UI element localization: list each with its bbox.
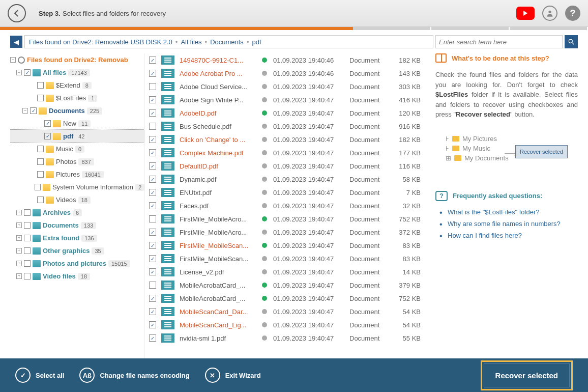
tree-checkbox[interactable] — [24, 222, 31, 229]
tree-checkbox[interactable] — [24, 235, 31, 241]
tree-node-lostfiles[interactable]: $LostFiles1 — [10, 92, 144, 104]
tree-toggle[interactable]: + — [16, 248, 22, 254]
file-checkbox[interactable] — [149, 229, 156, 236]
file-checkbox[interactable] — [149, 321, 156, 328]
file-row[interactable]: FirstMile_MobileAcro... 01.09.2023 19:40… — [145, 212, 425, 226]
file-checkbox[interactable] — [149, 109, 156, 117]
tree-node-extend[interactable]: $Extend8 — [10, 79, 144, 92]
tree-toggle[interactable]: + — [16, 261, 22, 266]
file-row[interactable]: Click on 'Change' to ... 01.09.2023 19:4… — [145, 133, 425, 146]
tree-node-allfiles[interactable]: −✓All files17143 — [10, 66, 144, 79]
tree-node-extrafound[interactable]: +Extra found136 — [10, 232, 144, 244]
file-row[interactable]: MobileScanCard_Lig... 01.09.2023 19:40:4… — [145, 318, 425, 331]
file-row[interactable]: DefaultID.pdf 01.09.2023 19:40:47 Docume… — [145, 159, 425, 173]
tree-toggle[interactable]: + — [16, 235, 22, 241]
breadcrumb-seg[interactable]: pdf — [252, 38, 261, 46]
tree-checkbox[interactable]: ✓ — [24, 69, 31, 76]
breadcrumb[interactable]: Files found on Drive2: Removable USB DIS… — [24, 35, 433, 48]
file-checkbox[interactable] — [149, 189, 156, 196]
tree-node-videos[interactable]: Videos18 — [10, 193, 144, 206]
tree-checkbox[interactable] — [37, 95, 44, 101]
file-checkbox[interactable] — [149, 282, 156, 289]
file-row[interactable]: 1494870C-9912-C1... 01.09.2023 19:40:46 … — [145, 53, 425, 67]
tree-toggle[interactable]: + — [16, 210, 22, 215]
user-icon[interactable] — [542, 6, 557, 21]
faq-link[interactable]: What is the "$LostFiles" folder? — [435, 206, 578, 218]
file-checkbox[interactable] — [149, 268, 156, 275]
breadcrumb-root[interactable]: Files found on Drive2: Removable USB DIS… — [29, 38, 172, 46]
file-checkbox[interactable] — [149, 162, 156, 170]
tree-node-documents[interactable]: −✓Documents225 — [10, 104, 144, 117]
tree-toggle[interactable]: − — [10, 57, 16, 63]
tree-checkbox[interactable] — [24, 209, 31, 216]
file-checkbox[interactable] — [149, 176, 156, 183]
file-row[interactable]: Adobe Acrobat Pro ... 01.09.2023 19:40:4… — [145, 67, 425, 80]
youtube-icon[interactable] — [516, 7, 535, 20]
file-checkbox[interactable] — [149, 255, 156, 262]
file-row[interactable]: Faces.pdf 01.09.2023 19:40:47 Document 3… — [145, 199, 425, 212]
file-checkbox[interactable] — [149, 149, 156, 156]
change-encoding-button[interactable]: AßChange file names encoding — [79, 368, 189, 383]
file-checkbox[interactable] — [149, 96, 156, 103]
tree-node-pictures[interactable]: Pictures16041 — [10, 168, 144, 181]
breadcrumb-seg[interactable]: All files — [181, 38, 201, 46]
file-checkbox[interactable] — [149, 308, 156, 315]
file-row[interactable]: License_v2.pdf 01.09.2023 19:40:47 Docum… — [145, 265, 425, 278]
file-checkbox[interactable] — [149, 242, 156, 249]
search-button[interactable] — [565, 35, 578, 48]
file-checkbox[interactable] — [149, 57, 156, 64]
file-row[interactable]: Complex Machine.pdf 01.09.2023 19:40:47 … — [145, 146, 425, 159]
tree-checkbox[interactable]: ✓ — [30, 107, 37, 114]
breadcrumb-back-button[interactable]: ◀ — [10, 36, 22, 48]
file-checkbox[interactable] — [149, 83, 156, 90]
file-checkbox[interactable] — [149, 334, 156, 342]
tree-toggle[interactable]: + — [16, 222, 22, 228]
select-all-button[interactable]: ✓Select all — [15, 368, 64, 383]
tree-node-svi[interactable]: System Volume Information2 — [10, 181, 144, 193]
file-row[interactable]: MobileAcrobatCard_... 01.09.2023 19:40:4… — [145, 292, 425, 305]
tree-node-docs2[interactable]: +Documents133 — [10, 219, 144, 232]
file-row[interactable]: FirstMile_MobileScan... 01.09.2023 19:40… — [145, 239, 425, 252]
file-row[interactable]: Bus Schedule.pdf 01.09.2023 19:40:47 Doc… — [145, 120, 425, 133]
file-row[interactable]: FirstMile_MobileAcro... 01.09.2023 19:40… — [145, 226, 425, 239]
file-checkbox[interactable] — [149, 123, 156, 130]
tree-node-othergfx[interactable]: +Other graphics35 — [10, 244, 144, 257]
back-button[interactable] — [8, 4, 26, 22]
tree-checkbox[interactable] — [35, 184, 41, 190]
file-row[interactable]: MobileScanCard_Dar... 01.09.2023 19:40:4… — [145, 305, 425, 318]
faq-link[interactable]: How can I find files here? — [435, 230, 578, 241]
file-checkbox[interactable] — [149, 70, 156, 77]
tree-node-music[interactable]: Music0 — [10, 143, 144, 155]
faq-link[interactable]: Why are some file names in numbers? — [435, 218, 578, 230]
search-input[interactable] — [435, 35, 563, 48]
recover-selected-button[interactable]: Recover selected — [484, 363, 570, 387]
tree-checkbox[interactable] — [37, 197, 44, 203]
tree-checkbox[interactable] — [24, 260, 31, 267]
file-row[interactable]: AdobeID.pdf 01.09.2023 19:40:47 Document… — [145, 106, 425, 120]
tree-checkbox[interactable] — [24, 273, 31, 279]
tree-checkbox[interactable]: ✓ — [44, 133, 51, 139]
file-row[interactable]: Adobe Cloud Service... 01.09.2023 19:40:… — [145, 80, 425, 93]
file-row[interactable]: FirstMile_MobileScan... 01.09.2023 19:40… — [145, 252, 425, 265]
tree-toggle[interactable]: − — [16, 70, 22, 75]
file-row[interactable]: Adobe Sign White P... 01.09.2023 19:40:4… — [145, 93, 425, 106]
file-checkbox[interactable] — [149, 215, 156, 222]
tree-node-photospics[interactable]: +Photos and pictures15015 — [10, 257, 144, 270]
tree-node-photos[interactable]: Photos837 — [10, 155, 144, 168]
tree-checkbox[interactable] — [37, 171, 44, 178]
tree-toggle[interactable]: − — [22, 108, 28, 114]
tree-node-pdf[interactable]: ✓pdf42 — [10, 130, 144, 143]
tree-checkbox[interactable]: ✓ — [44, 120, 51, 127]
file-row[interactable]: ENUtxt.pdf 01.09.2023 19:40:47 Document … — [145, 186, 425, 199]
file-row[interactable]: nvidia-smi 1.pdf 01.09.2023 19:40:47 Doc… — [145, 331, 425, 345]
file-row[interactable]: Dynamic.pdf 01.09.2023 19:40:47 Document… — [145, 173, 425, 186]
file-checkbox[interactable] — [149, 202, 156, 209]
tree-node-videofiles[interactable]: +Video files18 — [10, 270, 144, 283]
tree-node-new[interactable]: ✓New11 — [10, 117, 144, 130]
tree-node-archives[interactable]: +Archives6 — [10, 206, 144, 219]
exit-wizard-button[interactable]: ✕Exit Wizard — [205, 368, 261, 383]
tree-toggle[interactable]: + — [16, 273, 22, 279]
file-checkbox[interactable] — [149, 295, 156, 302]
tree-checkbox[interactable] — [37, 82, 44, 89]
file-checkbox[interactable] — [149, 136, 156, 143]
